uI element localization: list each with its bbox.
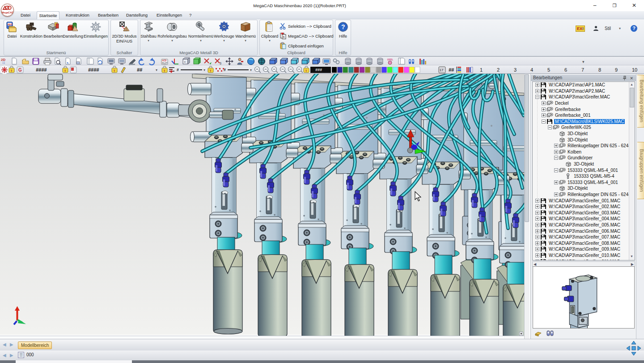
svg-text:▾: ▾ [156,68,157,72]
svg-text:6: 6 [283,35,285,38]
svg-text:?: ? [341,23,345,30]
svg-text:7: 7 [581,67,584,73]
svg-text:10: 10 [632,67,637,73]
svg-text:4: 4 [530,67,533,73]
svg-text:#: # [224,68,226,72]
svg-text:9: 9 [615,67,618,73]
svg-text:##: ## [449,67,454,73]
svg-text:##: ## [137,67,143,73]
svg-text:G: G [18,68,22,73]
svg-text:T: T [209,69,212,73]
svg-text:2: 2 [497,67,500,73]
svg-text:3: 3 [220,62,221,65]
svg-text:+: + [184,60,186,64]
svg-text:1: 1 [480,67,483,73]
svg-text:▾: ▾ [582,60,585,64]
svg-text:17: 17 [440,68,444,72]
svg-text:T: T [305,69,307,73]
svg-text:####: #### [36,67,47,73]
svg-text:5: 5 [547,67,550,73]
svg-text:T: T [113,69,115,73]
svg-text:T: T [10,69,13,73]
svg-text:####: #### [88,67,99,73]
svg-text:▾: ▾ [250,68,252,72]
svg-text:###: ### [315,68,322,72]
svg-text:8: 8 [598,67,601,73]
svg-text:PRT: PRT [8,23,12,26]
svg-text:6: 6 [564,67,567,73]
svg-text:T: T [64,69,66,73]
svg-text:PLOT: PLOT [162,62,168,64]
svg-text:OFEL: OFEL [387,58,393,61]
svg-text:∷: ∷ [3,61,5,65]
svg-text:3: 3 [514,67,517,73]
svg-text:T: T [163,69,165,73]
svg-text:▾: ▾ [203,68,205,72]
svg-text:ACD: ACD [162,60,167,62]
svg-text:#: # [177,68,179,72]
svg-text:MegaCAD: MegaCAD [2,11,13,14]
